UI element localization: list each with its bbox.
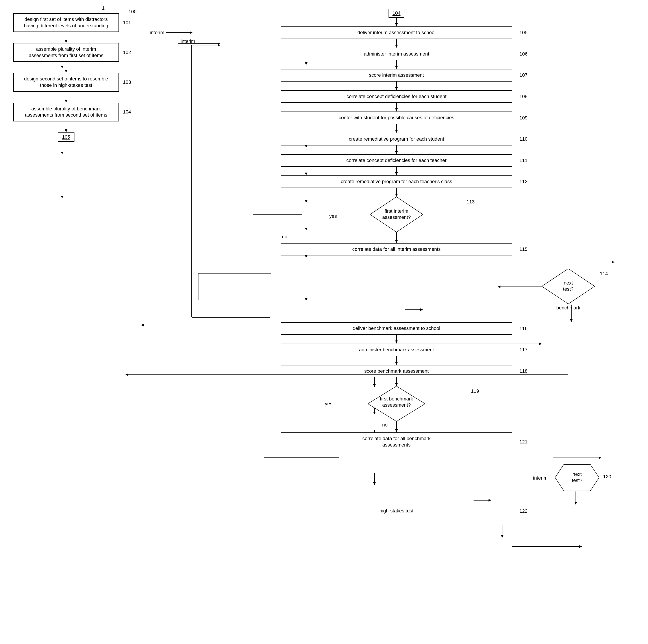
- label-rf-108: 108: [519, 94, 528, 99]
- arrow-121-to-120: [553, 453, 601, 462]
- num-119: 119: [471, 388, 479, 394]
- step-rf-108: correlate concept deficiencies for each …: [180, 90, 612, 103]
- box-rf-121: correlate data for all benchmarkassessme…: [281, 433, 512, 451]
- box-rf-112: create remediative program for each teac…: [281, 176, 512, 188]
- step-rf-115: correlate data for all interim assessmen…: [180, 243, 612, 256]
- label-rf-112: 112: [519, 179, 528, 185]
- diamond-114: next test?: [542, 269, 595, 304]
- left-arrow-wrap-114: [498, 285, 542, 289]
- label-rf-117: 117: [519, 347, 528, 353]
- box-rf-118: score benchmark assessment: [281, 365, 512, 378]
- box-rf-122: high-stakes test: [281, 505, 512, 517]
- box-rf-108: correlate concept deficiencies for each …: [281, 90, 512, 103]
- step-rf-118: score benchmark assessment 118: [180, 365, 612, 378]
- svg-marker-72: [395, 130, 398, 133]
- box-103: design second set of items to resembleth…: [13, 73, 119, 92]
- step-rf-122: high-stakes test 122: [180, 505, 612, 517]
- label-104: 104: [123, 109, 131, 115]
- box-rf-116: deliver benchmark assessment to school: [281, 322, 512, 335]
- box-rf-105: deliver interim assessment to school: [281, 27, 512, 39]
- svg-marker-111: [575, 502, 577, 505]
- step-103: design second set of items to resembleth…: [13, 73, 119, 92]
- svg-text:first interim: first interim: [385, 208, 409, 214]
- box-rf-115: correlate data for all interim assessmen…: [281, 243, 512, 256]
- label-rf-109: 109: [519, 115, 528, 121]
- num-114: 114: [600, 271, 608, 277]
- label-103: 103: [123, 79, 131, 85]
- step-101: design first set of items with distracto…: [13, 13, 119, 32]
- box-rf-106: administer interim assessment: [281, 48, 512, 60]
- box-rf-110: create remediative program for each stud…: [281, 133, 512, 145]
- right-flowchart: 104 interim deliver interim assessment t…: [180, 9, 612, 517]
- svg-marker-76: [395, 172, 398, 176]
- svg-marker-99: [395, 383, 398, 386]
- box-rf-107: score interim assessment: [281, 69, 512, 82]
- arrow-115-to-114: [571, 258, 614, 266]
- svg-marker-58: [65, 130, 67, 133]
- interim-label-105: interim: [150, 30, 193, 36]
- step-102: assemble plurality of interimassessments…: [13, 43, 119, 62]
- svg-marker-50: [501, 535, 503, 538]
- svg-marker-70: [395, 108, 398, 111]
- step-rf-105: interim deliver interim assessment to sc…: [180, 27, 612, 39]
- svg-marker-95: [395, 341, 398, 344]
- box-rf-117: administer benchmark assessment: [281, 344, 512, 356]
- svg-marker-60: [395, 23, 398, 27]
- yes-label-119: yes: [325, 401, 332, 407]
- left-flowchart: 100 ↙ design first set of items with dis…: [13, 13, 119, 142]
- svg-marker-62: [190, 31, 193, 34]
- label-rf-118: 118: [519, 368, 528, 374]
- svg-text:test?: test?: [563, 286, 574, 292]
- ref-100: 100: [128, 9, 137, 14]
- step-rf-106: administer interim assessment 106: [180, 48, 612, 60]
- step-rf-113: yes first interim assessment? 113 no: [180, 197, 612, 232]
- label-102: 102: [123, 50, 131, 55]
- svg-marker-78: [395, 194, 398, 197]
- svg-marker-104: [395, 429, 398, 433]
- svg-marker-35: [141, 324, 144, 327]
- diamond-119: first benchmark assessment?: [368, 386, 425, 422]
- label-rf-107: 107: [519, 72, 528, 78]
- svg-marker-64: [395, 45, 398, 48]
- box-102: assemble plurality of interimassessments…: [13, 43, 119, 62]
- step-rf-114: next test? 114 benchmark: [180, 269, 612, 305]
- svg-text:assessment?: assessment?: [382, 402, 411, 408]
- interim-label-120: interim: [533, 475, 548, 481]
- num-120: 120: [603, 474, 611, 480]
- num-113: 113: [467, 199, 475, 205]
- label-rf-122: 122: [519, 508, 528, 514]
- svg-text:first benchmark: first benchmark: [380, 396, 413, 402]
- svg-marker-68: [395, 87, 398, 90]
- start-ref-104: 104: [388, 9, 404, 18]
- label-rf-111: 111: [519, 158, 528, 163]
- svg-marker-106: [599, 456, 601, 459]
- step-rf-107: score interim assessment 107: [180, 69, 612, 82]
- svg-marker-5: [61, 152, 63, 154]
- label-rf-116: 116: [519, 326, 528, 332]
- label-rf-110: 110: [519, 136, 528, 142]
- start-ref: 104: [180, 9, 612, 18]
- svg-text:next: next: [563, 280, 573, 286]
- step-104: assemble plurality of benchmarkassessmen…: [13, 103, 119, 121]
- diamond-113: first interim assessment?: [370, 197, 423, 232]
- step-105-ref: 105: [13, 133, 119, 142]
- step-rf-109: confer with student for possible causes …: [180, 111, 612, 124]
- benchmark-label-114: benchmark: [556, 305, 580, 311]
- svg-marker-56: [65, 100, 67, 103]
- svg-marker-93: [570, 319, 573, 322]
- no-label-119: no: [382, 422, 387, 428]
- svg-marker-86: [612, 261, 614, 263]
- step-rf-110: create remediative program for each stud…: [180, 133, 612, 145]
- diagram-container: 100 ↙ design first set of items with dis…: [0, 0, 648, 644]
- svg-marker-84: [395, 240, 398, 243]
- svg-text:assessment?: assessment?: [382, 214, 411, 220]
- ref-box-105: 105: [58, 133, 75, 142]
- svg-marker-123: [579, 545, 582, 548]
- svg-marker-66: [395, 66, 398, 69]
- svg-marker-52: [65, 40, 67, 43]
- label-rf-105: 105: [519, 30, 528, 36]
- svg-text:next: next: [573, 472, 582, 477]
- box-rf-109: confer with student for possible causes …: [281, 111, 512, 124]
- step-rf-119: yes first benchmark assessment? 119 no: [180, 386, 612, 422]
- box-101: design first set of items with distracto…: [13, 13, 119, 32]
